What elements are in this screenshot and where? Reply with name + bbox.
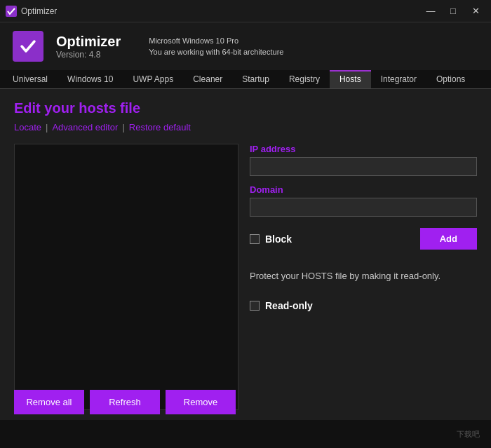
bottom-strip: 下载吧 — [0, 420, 491, 448]
app-version: Version: 4.8 — [56, 50, 121, 60]
svg-rect-0 — [6, 6, 17, 17]
nav-tabs: Universal Windows 10 UWP Apps Cleaner St… — [0, 70, 491, 89]
bottom-bar: Remove all Refresh Remove — [0, 384, 491, 420]
title-bar-text: Optimizer — [21, 6, 421, 16]
action-links: Locate | Advanced editor | Restore defau… — [14, 122, 477, 133]
close-button[interactable]: ✕ — [466, 4, 485, 19]
readonly-checkbox[interactable] — [250, 301, 260, 311]
maximize-button[interactable]: □ — [443, 4, 463, 19]
watermark: 下载吧 — [457, 429, 480, 440]
block-label: Block — [265, 233, 292, 245]
system-line1: Microsoft Windows 10 Pro — [149, 35, 283, 47]
block-left: Block — [250, 233, 292, 245]
system-line2: You are working with 64-bit architecture — [149, 46, 283, 58]
domain-input[interactable] — [250, 198, 477, 217]
minimize-button[interactable]: — — [421, 4, 440, 19]
app-header: Optimizer Version: 4.8 Microsoft Windows… — [0, 22, 491, 70]
hosts-list[interactable] — [14, 144, 238, 410]
tab-startup[interactable]: Startup — [232, 70, 279, 88]
app-title-group: Optimizer Version: 4.8 — [56, 34, 121, 60]
app-title: Optimizer — [56, 34, 121, 50]
block-row: Block Add — [250, 228, 477, 250]
app-info: Microsoft Windows 10 Pro You are working… — [149, 35, 283, 58]
refresh-button[interactable]: Refresh — [90, 390, 160, 414]
tab-registry[interactable]: Registry — [279, 70, 330, 88]
tab-options[interactable]: Options — [426, 70, 475, 88]
advanced-editor-link[interactable]: Advanced editor — [52, 122, 118, 133]
tab-universal[interactable]: Universal — [3, 70, 58, 88]
ip-input[interactable] — [250, 157, 477, 176]
remove-button[interactable]: Remove — [166, 390, 236, 414]
tab-hosts[interactable]: Hosts — [330, 70, 371, 88]
app-icon — [6, 6, 17, 17]
app-logo — [11, 29, 45, 63]
window-controls: — □ ✕ — [421, 4, 485, 19]
domain-field-group: Domain — [250, 184, 477, 217]
tab-cleaner[interactable]: Cleaner — [183, 70, 232, 88]
checkmark-bg — [13, 31, 43, 62]
locate-link[interactable]: Locate — [14, 122, 41, 133]
tab-windows10[interactable]: Windows 10 — [58, 70, 123, 88]
tab-uwp[interactable]: UWP Apps — [123, 70, 183, 88]
ip-label: IP address — [250, 144, 477, 154]
readonly-label: Read-only — [265, 300, 313, 311]
ip-field-group: IP address — [250, 144, 477, 176]
page-title: Edit your hosts file — [14, 100, 477, 116]
remove-all-button[interactable]: Remove all — [14, 390, 84, 414]
readonly-row: Read-only — [250, 300, 477, 311]
title-bar: Optimizer — □ ✕ — [0, 0, 491, 22]
tab-integrator[interactable]: Integrator — [371, 70, 426, 88]
restore-default-link[interactable]: Restore default — [129, 122, 191, 133]
add-button[interactable]: Add — [420, 228, 477, 250]
domain-label: Domain — [250, 184, 477, 195]
separator-2: | — [122, 122, 124, 133]
protect-text: Protect your HOSTS file by making it rea… — [250, 269, 477, 283]
block-checkbox[interactable] — [250, 234, 260, 244]
separator-1: | — [46, 122, 48, 133]
